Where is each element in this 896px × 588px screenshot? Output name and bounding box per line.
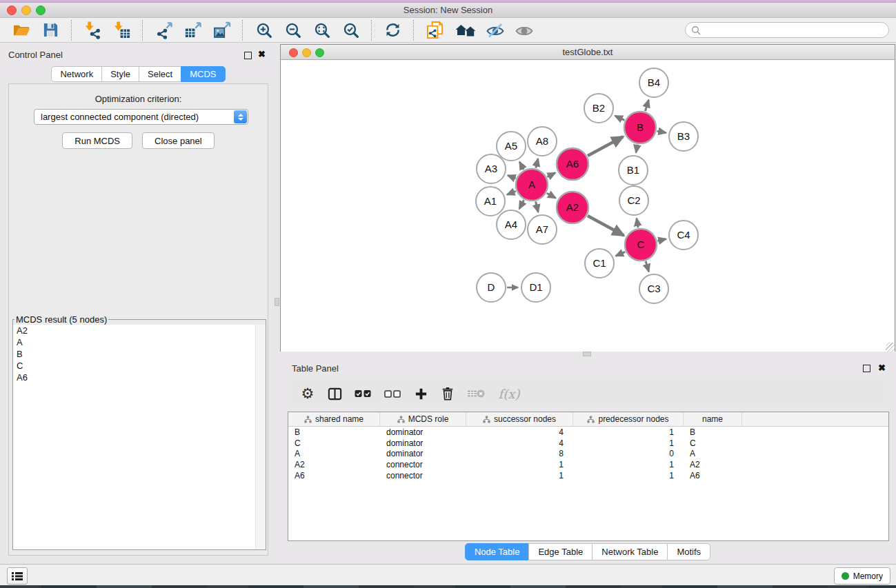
close-table-panel-icon[interactable]: ✖ <box>878 363 886 373</box>
graph-edge-B-B1[interactable] <box>636 145 637 153</box>
float-panel-icon[interactable] <box>244 52 252 59</box>
table-cell[interactable]: dominator <box>380 438 466 448</box>
mcds-result-item[interactable]: B <box>13 348 266 360</box>
graph-edge-B-B3[interactable] <box>657 131 666 133</box>
mcds-result-item[interactable]: C <box>13 360 266 372</box>
tab-edge-table[interactable]: Edge Table <box>528 543 593 560</box>
task-history-button[interactable] <box>7 567 28 585</box>
table-cell[interactable]: A6 <box>288 471 380 480</box>
tab-node-table[interactable]: Node Table <box>465 543 530 560</box>
graph-edge-B-B2[interactable] <box>615 116 625 120</box>
run-mcds-button[interactable]: Run MCDS <box>62 132 132 149</box>
table-cell[interactable]: dominator <box>380 427 466 437</box>
graph-edge-A-A2[interactable] <box>547 193 556 198</box>
table-row[interactable]: Bdominator41B <box>288 427 888 438</box>
graph-edge-A6-B[interactable] <box>588 136 623 156</box>
horizontal-divider-grip[interactable] <box>583 352 591 356</box>
table-cell[interactable]: 4 <box>466 427 573 437</box>
graph-edge-A-A4[interactable] <box>519 200 524 209</box>
zoom-out-button[interactable] <box>281 19 303 41</box>
export-image-button[interactable] <box>210 19 232 41</box>
table-cell[interactable]: A2 <box>288 460 380 469</box>
graph-edge-A-A7[interactable] <box>536 201 539 212</box>
table-cell[interactable]: 1 <box>466 460 573 469</box>
home-views-button[interactable] <box>452 19 477 41</box>
mcds-result-item[interactable]: A6 <box>13 372 266 383</box>
memory-button[interactable]: Memory <box>834 567 890 585</box>
table-cell[interactable]: connector <box>380 471 466 480</box>
column-header-successor-nodes[interactable]: successor nodes <box>466 412 573 426</box>
graph-edge-C-C1[interactable] <box>616 252 626 256</box>
column-header-predecessor-nodes[interactable]: predecessor nodes <box>573 412 684 426</box>
zoom-in-button[interactable] <box>252 19 275 41</box>
table-row[interactable]: A2connector11A2 <box>288 459 888 470</box>
window-resize-grip[interactable] <box>886 343 895 352</box>
refresh-view-button[interactable] <box>381 19 404 41</box>
delete-table-button[interactable] <box>464 383 488 404</box>
create-column-button[interactable] <box>410 383 431 404</box>
column-header-MCDS-role[interactable]: MCDS role <box>380 412 466 426</box>
table-cell[interactable]: A <box>288 449 380 458</box>
import-network-button[interactable] <box>81 19 103 41</box>
tab-select[interactable]: Select <box>139 66 181 82</box>
tab-network[interactable]: Network <box>51 66 102 82</box>
tab-mcds[interactable]: MCDS <box>181 66 225 82</box>
select-all-columns-button[interactable] <box>351 383 375 404</box>
table-cell[interactable]: B <box>288 427 380 437</box>
table-settings-button[interactable]: ⚙ <box>297 383 318 404</box>
column-header-shared-name[interactable]: shared name <box>288 412 380 426</box>
table-cell[interactable]: 1 <box>573 427 684 437</box>
graph-edge-A-A5[interactable] <box>519 162 524 170</box>
unselect-all-columns-button[interactable] <box>381 383 404 404</box>
result-scrollbar[interactable] <box>255 325 266 549</box>
import-table-button[interactable] <box>110 19 132 41</box>
table-cell[interactable]: C <box>684 438 742 448</box>
table-cell[interactable]: 1 <box>573 460 684 469</box>
graph-edge-C-C2[interactable] <box>637 219 638 228</box>
graph-edge-C-C3[interactable] <box>646 261 649 272</box>
function-builder-button[interactable]: f(x) <box>494 383 524 404</box>
float-table-panel-icon[interactable] <box>863 365 870 372</box>
hide-selected-button[interactable] <box>484 19 506 41</box>
show-all-button[interactable] <box>513 19 535 41</box>
table-cell[interactable]: connector <box>380 460 466 469</box>
tab-style[interactable]: Style <box>101 66 139 82</box>
graph-edge-A-A1[interactable] <box>507 191 516 194</box>
graph-edge-A-A8[interactable] <box>536 159 538 168</box>
table-cell[interactable]: B <box>684 427 742 437</box>
search-input[interactable] <box>704 23 888 37</box>
table-cell[interactable]: A <box>684 449 742 458</box>
table-row[interactable]: A6connector11A6 <box>288 470 888 481</box>
graph-edge-B-B4[interactable] <box>645 100 648 111</box>
column-header-name[interactable]: name <box>684 412 742 426</box>
search-field[interactable] <box>685 22 889 38</box>
graph-edge-A-A3[interactable] <box>508 175 516 179</box>
mcds-result-item[interactable]: A <box>13 336 266 348</box>
graph-edge-A-A6[interactable] <box>547 173 555 177</box>
table-row[interactable]: Adominator80A <box>288 449 888 460</box>
network-canvas[interactable]: B4B2BB3A8A5A6A3B1AA1C2A2A4A7C4CC1C3DD1 <box>281 60 895 352</box>
mcds-result-item[interactable]: A2 <box>13 325 266 336</box>
table-cell[interactable]: 0 <box>573 449 684 458</box>
duplicate-network-button[interactable] <box>424 19 446 41</box>
delete-column-button[interactable] <box>437 383 458 404</box>
table-cell[interactable]: 8 <box>466 449 573 458</box>
table-cell[interactable]: 1 <box>573 438 684 448</box>
graph-edge-C-C4[interactable] <box>657 239 666 241</box>
zoom-fit-button[interactable] <box>310 19 332 41</box>
criterion-dropdown[interactable]: largest connected component (directed) <box>34 109 248 125</box>
tab-network-table[interactable]: Network Table <box>592 543 668 560</box>
close-panel-button[interactable]: Close panel <box>142 132 215 149</box>
tab-motifs[interactable]: Motifs <box>667 543 710 560</box>
table-cell[interactable]: 1 <box>573 471 684 480</box>
table-row[interactable]: Cdominator41C <box>288 438 888 449</box>
table-cell[interactable]: dominator <box>380 449 466 458</box>
save-session-button[interactable] <box>39 19 61 41</box>
mcds-result-list[interactable]: A2ABCA6 <box>13 325 266 549</box>
table-cell[interactable]: 4 <box>466 438 573 448</box>
split-table-button[interactable] <box>324 383 345 404</box>
table-cell[interactable]: 1 <box>466 471 573 480</box>
export-network-button[interactable] <box>152 19 175 41</box>
export-table-button[interactable] <box>181 19 203 41</box>
close-panel-icon[interactable]: ✖ <box>258 49 266 59</box>
